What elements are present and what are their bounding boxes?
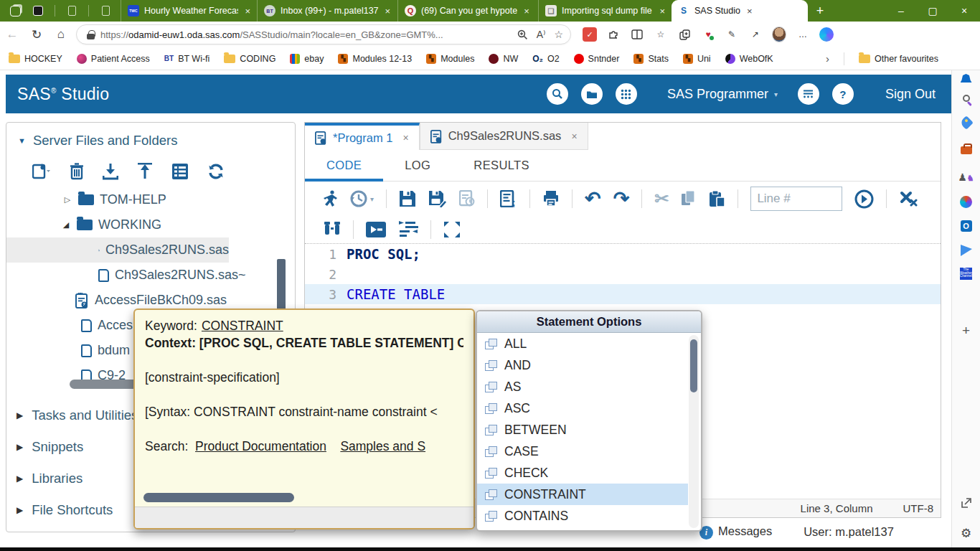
tree-item-tom-help[interactable]: ▷ TOM-HELP — [6, 187, 295, 212]
tab-close-icon[interactable]: × — [571, 131, 577, 142]
tab-group-icon[interactable] — [32, 4, 44, 17]
autocomplete-item-and[interactable]: AND — [477, 354, 688, 376]
save-as-icon[interactable] — [428, 190, 447, 207]
run-icon[interactable] — [324, 190, 338, 207]
home-icon[interactable]: ⌂ — [49, 27, 73, 42]
sidebar-search-icon[interactable] — [958, 90, 974, 106]
new-tab-button[interactable]: + — [808, 0, 832, 22]
paste-icon[interactable] — [709, 190, 725, 208]
settings-gear-icon[interactable]: ⚙ — [958, 525, 974, 541]
role-selector[interactable]: SAS Programmer▾ — [667, 87, 778, 102]
url-field[interactable]: https://odamid-euw1.oda.sas.com/SASStudi… — [76, 24, 571, 44]
bookmark-modules-12-13[interactable]: ▚Modules 12-13 — [338, 54, 412, 64]
redo-icon[interactable]: ↷ — [613, 189, 630, 209]
keyword-link[interactable]: CONSTRAINT — [202, 319, 283, 333]
tree-item-working[interactable]: ◢ WORKING — [6, 212, 295, 237]
clear-code-icon[interactable] — [899, 190, 918, 207]
bookmark-modules[interactable]: ▚Modules — [426, 54, 474, 64]
notification-bell-icon[interactable] — [958, 72, 974, 88]
autocomplete-scrollbar-thumb[interactable] — [690, 339, 697, 392]
bookmark-bt-wifi[interactable]: BTBT Wi-fi — [164, 54, 210, 64]
split-screen-icon[interactable] — [630, 27, 644, 42]
bookmark-webofk[interactable]: WebOfK — [725, 54, 773, 64]
autocomplete-item-check[interactable]: CHECK — [477, 462, 688, 484]
product-documentation-link[interactable]: Product Documentation — [195, 439, 326, 453]
tab-close-icon[interactable]: × — [402, 132, 408, 143]
read-aloud-icon[interactable]: A⁾ — [537, 29, 546, 40]
tab-close-icon[interactable]: × — [385, 6, 391, 17]
apps-grid-icon[interactable] — [616, 83, 637, 105]
refresh-icon[interactable] — [207, 163, 225, 180]
extension-icon[interactable] — [606, 27, 621, 42]
toolbox-icon[interactable] — [958, 142, 974, 158]
tab-close-icon[interactable]: × — [747, 6, 753, 17]
upload-icon[interactable] — [137, 163, 153, 180]
pinned-tab-icon[interactable] — [99, 4, 112, 17]
maximize-view-icon[interactable] — [443, 221, 461, 238]
tab-log[interactable]: LOG — [383, 150, 452, 181]
outlook-icon[interactable]: O — [958, 218, 974, 234]
save-icon[interactable] — [399, 190, 416, 207]
open-external-icon[interactable] — [958, 495, 974, 511]
autocomplete-item-asc[interactable]: ASC — [477, 397, 688, 419]
browser-tab-sql-dump[interactable]: ❏ Importing sql dump file i × — [538, 0, 672, 22]
copilot-icon[interactable] — [819, 27, 834, 42]
go-to-line-icon[interactable] — [854, 189, 874, 209]
bookmark-coding[interactable]: CODING — [224, 54, 275, 64]
profile-avatar[interactable] — [772, 27, 786, 42]
find-icon[interactable] — [324, 222, 341, 237]
menu-icon[interactable] — [798, 83, 819, 105]
sign-out-button[interactable]: Sign Out — [885, 87, 936, 102]
search-icon[interactable] — [547, 83, 568, 105]
add-sidebar-app-icon[interactable]: + — [958, 323, 974, 339]
drop-icon[interactable] — [958, 242, 974, 258]
browser-tab-weather[interactable]: TWC Hourly Weather Forecast × — [121, 0, 257, 22]
tooltip-horizontal-scrollbar[interactable] — [143, 493, 294, 502]
collections-icon[interactable]: ☆ — [654, 27, 668, 42]
tab-close-icon[interactable]: × — [245, 6, 250, 17]
pinned-tab-icon[interactable] — [65, 4, 78, 17]
bookmark-hockey[interactable]: HOCKEY — [9, 54, 62, 64]
back-icon[interactable]: ← — [0, 27, 24, 42]
expand-collapsed-icon[interactable]: ▷ — [62, 195, 72, 204]
code-editor[interactable]: 1 PROC SQL; 2 3 CREATE TABLE — [305, 243, 941, 304]
autocomplete-item-contains[interactable]: CONTAINS — [477, 505, 688, 527]
print-icon[interactable] — [542, 190, 560, 207]
tab-close-icon[interactable]: × — [659, 6, 665, 17]
indent-icon[interactable] — [366, 222, 386, 237]
web-capture-icon[interactable]: ✎ — [725, 27, 739, 42]
autocomplete-item-constraint-selected[interactable]: CONSTRAINT — [477, 484, 688, 505]
bookmark-nw[interactable]: NW — [489, 54, 518, 64]
help-icon[interactable]: ? — [832, 83, 854, 105]
delete-trash-icon[interactable] — [70, 163, 84, 180]
browser-tab-inbox[interactable]: BT Inbox (99+) - m.patel137 × — [257, 0, 397, 22]
favorite-star-icon[interactable]: ☆ — [554, 29, 563, 40]
reload-icon[interactable]: ↻ — [24, 27, 49, 42]
line-number-input[interactable]: Line # — [750, 187, 842, 211]
open-folder-icon[interactable] — [581, 83, 603, 105]
format-code-icon[interactable] — [398, 221, 418, 238]
browser-tab-question[interactable]: Q (69) Can you get hypote × — [397, 0, 538, 22]
server-files-section-header[interactable]: ▼ Server Files and Folders — [6, 123, 295, 153]
maximize-button[interactable]: ▢ — [917, 0, 948, 22]
samples-link[interactable]: Samples and S — [340, 439, 425, 453]
password-manager-icon[interactable]: ✓ — [583, 27, 597, 42]
submission-history-icon[interactable]: ▾ — [350, 190, 374, 207]
zoom-icon[interactable] — [517, 29, 528, 40]
download-icon[interactable] — [103, 163, 118, 180]
bookmark-uni[interactable]: ▚Uni — [683, 54, 711, 64]
bookmark-o2[interactable]: O₂O2 — [532, 54, 559, 64]
minimize-button[interactable]: – — [885, 0, 917, 22]
bookmark-stats[interactable]: ▚Stats — [633, 54, 669, 64]
autocomplete-item-all[interactable]: ALL — [477, 333, 688, 354]
workspaces-icon[interactable] — [9, 4, 22, 17]
tree-item-ch9sales2runs-sas[interactable]: Ch9Sales2RUNS.sas — [6, 237, 229, 263]
copy-page-icon[interactable] — [677, 27, 692, 42]
messages-button[interactable]: iMessages — [699, 524, 772, 540]
tree-item-ch9sales2runs-sas-backup[interactable]: Ch9Sales2RUNS.sas~ — [6, 263, 295, 288]
bookmark-ebay[interactable]: ebay — [290, 54, 324, 64]
shopping-tag-icon[interactable] — [958, 115, 974, 131]
tab-close-icon[interactable]: × — [524, 6, 529, 17]
autocomplete-item-between[interactable]: BETWEEN — [477, 419, 688, 441]
browser-essentials-icon[interactable]: ♥ — [701, 27, 715, 42]
